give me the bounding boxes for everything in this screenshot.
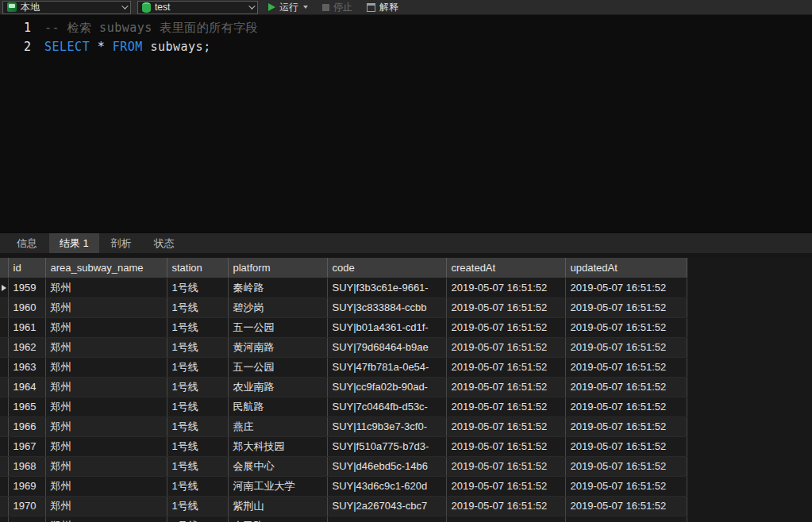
table-cell[interactable]: 2019-05-07 16:51:52 bbox=[565, 416, 687, 436]
table-cell[interactable]: 1号线 bbox=[167, 278, 228, 297]
table-cell[interactable]: 2019-05-07 16:51:52 bbox=[565, 357, 687, 377]
table-cell[interactable]: 1号线 bbox=[167, 476, 228, 496]
table-cell[interactable]: 1号线 bbox=[167, 496, 228, 516]
table-cell[interactable]: 郑州 bbox=[45, 476, 167, 496]
table-cell[interactable]: SUY|2a267043-cbc7 bbox=[327, 496, 446, 516]
table-cell[interactable]: 秦岭路 bbox=[228, 278, 327, 297]
connection-select[interactable]: 本地 bbox=[2, 1, 131, 14]
table-cell[interactable]: 郑州 bbox=[45, 496, 167, 516]
table-cell[interactable]: 燕庄 bbox=[228, 416, 327, 436]
table-cell[interactable]: 1号线 bbox=[167, 317, 228, 337]
table-cell[interactable]: 农业南路 bbox=[228, 377, 327, 397]
table-cell[interactable]: 1966 bbox=[8, 416, 45, 436]
table-cell[interactable]: 1968 bbox=[8, 456, 45, 476]
table-cell[interactable]: 1961 bbox=[8, 317, 45, 337]
table-cell[interactable]: 郑州 bbox=[45, 377, 167, 397]
table-cell[interactable]: 郑州 bbox=[45, 516, 167, 522]
table-cell[interactable]: 2019-05-07 16:51:52 bbox=[565, 476, 687, 496]
table-cell[interactable]: SUY|47fb781a-0e54- bbox=[327, 357, 446, 377]
table-cell[interactable]: 郑州 bbox=[45, 416, 167, 436]
table-cell[interactable]: 郑州 bbox=[45, 278, 167, 297]
column-header-code[interactable]: code bbox=[327, 258, 446, 278]
table-cell[interactable]: 黄河南路 bbox=[228, 337, 327, 357]
table-row[interactable]: 1971郑州1号线人民路SUY|6c6574d0-80652019-05-07 … bbox=[0, 516, 687, 522]
table-cell[interactable]: 1971 bbox=[8, 516, 45, 522]
explain-button[interactable]: 解释 bbox=[363, 1, 402, 14]
table-cell[interactable]: 郑州 bbox=[45, 397, 167, 416]
table-cell[interactable]: 郑州 bbox=[45, 317, 167, 337]
table-cell[interactable]: 1959 bbox=[8, 278, 45, 297]
table-cell[interactable]: SUY|b01a4361-cd1f- bbox=[327, 317, 446, 337]
table-cell[interactable]: 2019-05-07 16:51:52 bbox=[565, 317, 687, 337]
table-cell[interactable]: SUY|79d68464-b9ae bbox=[327, 337, 446, 357]
table-cell[interactable]: 郑州 bbox=[45, 297, 167, 317]
table-cell[interactable]: 碧沙岗 bbox=[228, 297, 327, 317]
table-row[interactable]: 1967郑州1号线郑大科技园SUY|f510a775-b7d3-2019-05-… bbox=[0, 436, 687, 456]
table-cell[interactable]: 五一公园 bbox=[228, 317, 327, 337]
editor-line[interactable]: 2SELECT * FROM subways; bbox=[0, 37, 812, 56]
table-cell[interactable]: 2019-05-07 16:51:52 bbox=[565, 397, 687, 416]
table-cell[interactable]: 1965 bbox=[8, 397, 45, 416]
table-cell[interactable]: 人民路 bbox=[228, 516, 327, 522]
table-cell[interactable]: SUY|d46ebd5c-14b6 bbox=[327, 456, 446, 476]
table-cell[interactable]: 1号线 bbox=[167, 516, 228, 522]
table-cell[interactable]: 1960 bbox=[8, 297, 45, 317]
table-cell[interactable]: 1号线 bbox=[167, 397, 228, 416]
column-header-createdAt[interactable]: createdAt bbox=[446, 258, 565, 278]
table-cell[interactable]: 1号线 bbox=[167, 337, 228, 357]
table-cell[interactable]: 2019-05-07 16:51:52 bbox=[446, 278, 565, 297]
table-cell[interactable]: 1969 bbox=[8, 476, 45, 496]
database-select[interactable]: test bbox=[137, 1, 258, 14]
column-header-id[interactable]: id bbox=[8, 258, 45, 278]
table-cell[interactable]: 2019-05-07 16:51:52 bbox=[565, 377, 687, 397]
column-header-updatedAt[interactable]: updatedAt bbox=[565, 258, 687, 278]
table-cell[interactable]: 1号线 bbox=[167, 357, 228, 377]
table-row[interactable]: 1962郑州1号线黄河南路SUY|79d68464-b9ae2019-05-07… bbox=[0, 337, 687, 357]
table-cell[interactable]: 郑州 bbox=[45, 337, 167, 357]
table-cell[interactable]: 2019-05-07 16:51:52 bbox=[446, 436, 565, 456]
table-cell[interactable]: 1970 bbox=[8, 496, 45, 516]
table-cell[interactable]: 2019-05-07 16:51:52 bbox=[565, 337, 687, 357]
table-cell[interactable]: 2019-05-07 16:51:52 bbox=[446, 297, 565, 317]
table-cell[interactable]: SUY|7c0464fb-d53c- bbox=[327, 397, 446, 416]
table-cell[interactable]: 1964 bbox=[8, 377, 45, 397]
table-row[interactable]: 1970郑州1号线紫荆山SUY|2a267043-cbc72019-05-07 … bbox=[0, 496, 687, 516]
table-cell[interactable]: 2019-05-07 16:51:52 bbox=[446, 516, 565, 522]
sql-editor[interactable]: 1-- 检索 subways 表里面的所有字段2SELECT * FROM su… bbox=[0, 15, 812, 232]
run-dropdown-caret-icon[interactable] bbox=[303, 6, 308, 9]
table-row[interactable]: 1963郑州1号线五一公园SUY|47fb781a-0e54-2019-05-0… bbox=[0, 357, 687, 377]
column-header-area_subway_name[interactable]: area_subway_name bbox=[45, 258, 167, 278]
table-cell[interactable]: 2019-05-07 16:51:52 bbox=[446, 317, 565, 337]
table-cell[interactable]: 2019-05-07 16:51:52 bbox=[565, 516, 687, 522]
table-cell[interactable]: 2019-05-07 16:51:52 bbox=[446, 357, 565, 377]
table-cell[interactable]: 2019-05-07 16:51:52 bbox=[565, 436, 687, 456]
run-button[interactable]: 运行 bbox=[264, 1, 312, 14]
table-cell[interactable]: 1号线 bbox=[167, 377, 228, 397]
table-cell[interactable]: SUY|cc9fa02b-90ad- bbox=[327, 377, 446, 397]
table-row[interactable]: 1966郑州1号线燕庄SUY|11c9b3e7-3cf0-2019-05-07 … bbox=[0, 416, 687, 436]
table-cell[interactable]: 1号线 bbox=[167, 297, 228, 317]
table-cell[interactable]: SUY|6c6574d0-8065 bbox=[327, 516, 446, 522]
table-cell[interactable]: 2019-05-07 16:51:52 bbox=[565, 496, 687, 516]
table-cell[interactable]: 1号线 bbox=[167, 436, 228, 456]
table-cell[interactable]: SUY|f3b3c61e-9661- bbox=[327, 278, 446, 297]
table-row[interactable]: 1965郑州1号线民航路SUY|7c0464fb-d53c-2019-05-07… bbox=[0, 397, 687, 416]
table-cell[interactable]: 五一公园 bbox=[228, 357, 327, 377]
table-cell[interactable]: 2019-05-07 16:51:52 bbox=[446, 456, 565, 476]
table-cell[interactable]: 2019-05-07 16:51:52 bbox=[565, 278, 687, 297]
editor-line[interactable]: 1-- 检索 subways 表里面的所有字段 bbox=[0, 18, 812, 37]
table-cell[interactable]: 2019-05-07 16:51:52 bbox=[446, 476, 565, 496]
table-cell[interactable]: 1号线 bbox=[167, 416, 228, 436]
tab-status[interactable]: 状态 bbox=[144, 233, 185, 253]
table-cell[interactable]: 2019-05-07 16:51:52 bbox=[446, 496, 565, 516]
table-cell[interactable]: 2019-05-07 16:51:52 bbox=[446, 337, 565, 357]
table-cell[interactable]: 河南工业大学 bbox=[228, 476, 327, 496]
column-header-station[interactable]: station bbox=[167, 258, 228, 278]
table-cell[interactable]: 郑州 bbox=[45, 357, 167, 377]
table-cell[interactable]: 2019-05-07 16:51:52 bbox=[565, 297, 687, 317]
table-cell[interactable]: 2019-05-07 16:51:52 bbox=[446, 416, 565, 436]
table-row[interactable]: 1964郑州1号线农业南路SUY|cc9fa02b-90ad-2019-05-0… bbox=[0, 377, 687, 397]
table-cell[interactable]: SUY|f510a775-b7d3- bbox=[327, 436, 446, 456]
table-cell[interactable]: 2019-05-07 16:51:52 bbox=[446, 397, 565, 416]
table-cell[interactable]: 郑州 bbox=[45, 436, 167, 456]
